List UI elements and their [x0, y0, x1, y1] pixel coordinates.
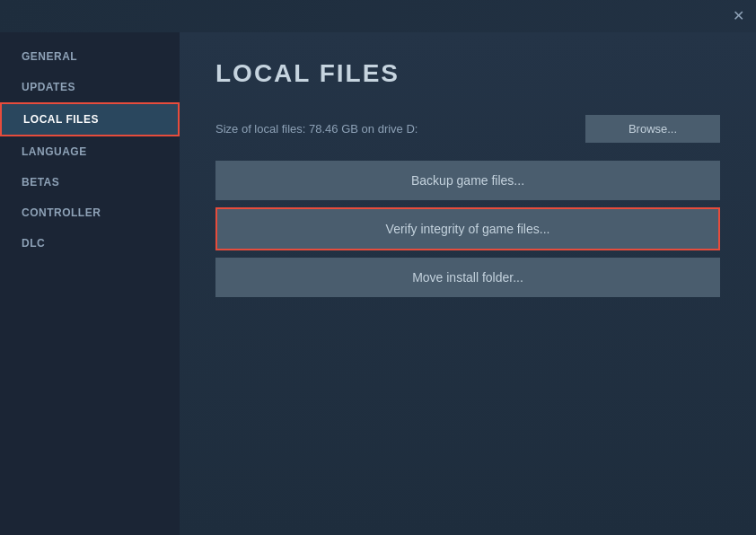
title-bar: ✕	[0, 0, 756, 32]
verify-integrity-button[interactable]: Verify integrity of game files...	[215, 207, 720, 250]
sidebar-item-updates[interactable]: UPDATES	[0, 72, 180, 102]
sidebar-item-language[interactable]: LANGUAGE	[0, 136, 180, 167]
page-title: LOCAL FILES	[215, 59, 720, 88]
sidebar-item-dlc[interactable]: DLC	[0, 228, 180, 259]
backup-button[interactable]: Backup game files...	[215, 161, 720, 200]
dialog: ✕ GENERAL UPDATES LOCAL FILES LANGUAGE B…	[0, 0, 756, 535]
move-install-button[interactable]: Move install folder...	[215, 258, 720, 297]
sidebar: GENERAL UPDATES LOCAL FILES LANGUAGE BET…	[0, 32, 180, 535]
sidebar-item-local-files[interactable]: LOCAL FILES	[0, 102, 180, 136]
sidebar-item-controller[interactable]: CONTROLLER	[0, 197, 180, 228]
close-button[interactable]: ✕	[729, 7, 747, 25]
file-size-row: Size of local files: 78.46 GB on drive D…	[215, 115, 720, 143]
content: GENERAL UPDATES LOCAL FILES LANGUAGE BET…	[0, 32, 756, 535]
sidebar-item-general[interactable]: GENERAL	[0, 41, 180, 72]
main-content: LOCAL FILES Size of local files: 78.46 G…	[180, 32, 756, 535]
sidebar-item-betas[interactable]: BETAS	[0, 167, 180, 197]
browse-button[interactable]: Browse...	[585, 115, 720, 143]
file-size-label: Size of local files: 78.46 GB on drive D…	[215, 122, 418, 136]
